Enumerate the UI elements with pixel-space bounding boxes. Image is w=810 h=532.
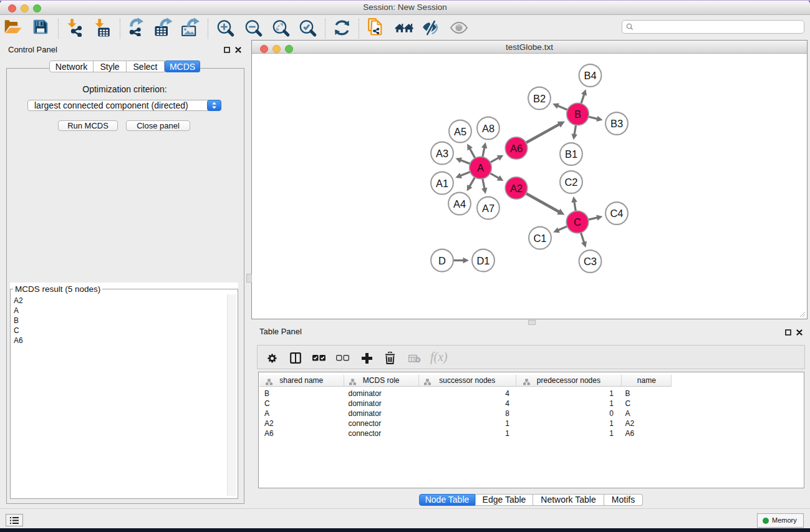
svg-text:A3: A3 [436, 148, 448, 159]
svg-text:A8: A8 [482, 123, 494, 134]
svg-text:D1: D1 [476, 255, 489, 266]
svg-text:C: C [574, 216, 581, 228]
svg-text:A5: A5 [454, 126, 466, 137]
svg-text:D: D [438, 255, 446, 266]
svg-text:B1: B1 [565, 148, 577, 160]
svg-text:B2: B2 [533, 93, 546, 104]
svg-text:A4: A4 [453, 198, 466, 210]
svg-text:A2: A2 [510, 183, 523, 194]
svg-text:B4: B4 [584, 70, 596, 81]
svg-text:C2: C2 [564, 177, 577, 188]
svg-text:C1: C1 [533, 233, 546, 244]
svg-text:A6: A6 [510, 143, 523, 154]
svg-text:B: B [574, 109, 581, 120]
svg-text:C4: C4 [610, 208, 623, 219]
svg-text:A7: A7 [482, 203, 494, 214]
svg-text:C3: C3 [584, 256, 597, 267]
svg-text:B3: B3 [610, 118, 623, 129]
svg-text:A: A [477, 162, 484, 173]
svg-text:A1: A1 [436, 178, 448, 189]
